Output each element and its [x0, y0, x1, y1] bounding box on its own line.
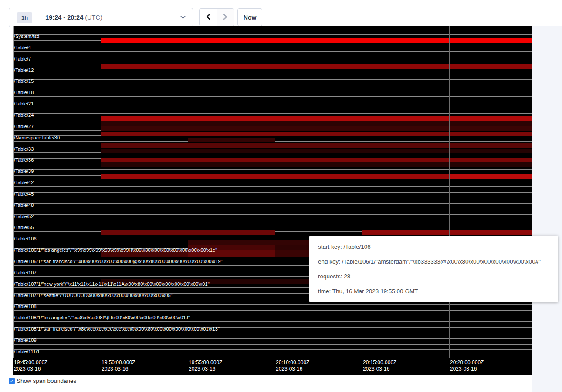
span-boundary-line: [13, 79, 532, 80]
heat-band: [188, 240, 314, 245]
tooltip-requests: requests: 28: [318, 269, 549, 284]
span-boundary-line: [13, 349, 532, 350]
span-boundary-line: [13, 321, 532, 322]
span-boundary-line: [13, 57, 532, 57]
tick-time: 20:15:00.000Z: [363, 359, 396, 366]
heat-band: [101, 126, 532, 131]
duration-badge: 1h: [17, 12, 32, 23]
chevron-left-icon: [206, 14, 211, 21]
time-range-label: 19:24 - 20:24 (UTC): [45, 14, 102, 21]
prev-time-button[interactable]: [200, 9, 217, 26]
time-axis-tick: 19:50:00.000Z2023-03-16: [102, 359, 135, 372]
span-boundary-line: [13, 220, 532, 220]
heat-band: [101, 143, 532, 148]
row-label: /Table/107/1/"new york"/"\x11\x11\x11\x1…: [14, 281, 210, 287]
row-label: /Table/55: [14, 225, 34, 230]
row-label: /Table/108: [14, 304, 37, 309]
hover-tooltip: start key: /Table/106 end key: /Table/10…: [309, 236, 558, 302]
tick-date: 2023-03-16: [189, 366, 222, 372]
next-time-button[interactable]: [217, 9, 234, 26]
heat-band: [101, 116, 532, 121]
heat-band: [101, 38, 532, 43]
time-range-value: 19:24 - 20:24: [45, 14, 83, 21]
span-boundary-line: [13, 29, 532, 29]
span-boundary-line: [13, 186, 532, 187]
span-boundary-line: [13, 46, 532, 46]
span-boundary-line: [13, 85, 532, 85]
heat-band: [101, 149, 532, 153]
time-gridline: [188, 26, 188, 358]
tick-time: 20:20:00.000Z: [450, 359, 484, 366]
time-axis-tick: 19:45:00.000Z2023-03-16: [14, 359, 47, 372]
row-label: /Table/52: [14, 214, 34, 219]
span-boundary-line: [13, 333, 532, 333]
row-label: /Table/106: [14, 236, 37, 241]
heat-band: [362, 230, 532, 235]
span-boundary-line: [13, 74, 532, 74]
row-label: /Table/24: [14, 112, 34, 118]
row-label: /NamespaceTable/30: [14, 135, 60, 140]
heat-band: [101, 162, 532, 167]
tick-date: 2023-03-16: [450, 366, 484, 372]
tick-time: 19:55:00.000Z: [189, 359, 222, 366]
row-label: /Table/111/1: [14, 349, 40, 354]
canvas-left-edge-line: [13, 26, 14, 358]
row-label: /Table/39: [14, 169, 34, 174]
span-boundary-line: [13, 209, 532, 209]
row-label: /Table/109: [14, 338, 37, 343]
row-label: /Table/4: [14, 45, 31, 50]
time-gridline: [449, 26, 450, 358]
heat-band: [101, 64, 532, 69]
row-label: /Table/18: [14, 90, 34, 95]
tick-date: 2023-03-16: [102, 366, 135, 372]
tick-date: 2023-03-16: [276, 366, 309, 372]
span-boundary-line: [13, 338, 532, 339]
row-label: /Table/42: [14, 180, 34, 185]
row-label: /Table/27: [14, 124, 34, 129]
key-visualizer-canvas[interactable]: /System/tsd/Table/4/Table/7/Table/12/Tab…: [13, 26, 532, 375]
time-gridline: [362, 26, 362, 358]
row-label: /System/tsd: [14, 34, 40, 39]
heat-band: [449, 174, 532, 179]
tooltip-start-key: start key: /Table/106: [318, 240, 549, 254]
time-axis-tick: 20:20:00.000Z2023-03-16: [450, 359, 484, 372]
heat-band: [188, 138, 275, 142]
tick-time: 19:45:00.000Z: [14, 359, 47, 366]
tooltip-end-key: end key: /Table/106/1/"amsterdam"/"\xb33…: [318, 254, 549, 269]
key-visualizer-page: 1h 19:24 - 20:24 (UTC) Now /System/tsd/T…: [0, 0, 562, 392]
span-boundary-line: [13, 310, 532, 311]
heat-band: [101, 158, 532, 162]
span-boundary-line: [13, 102, 532, 102]
span-boundary-line: [13, 51, 532, 52]
show-span-boundaries-checkbox[interactable]: ✓: [9, 378, 15, 384]
page-margin: [532, 26, 562, 392]
row-label: /Table/106/1/"san francisco"/"\x80\x00\x…: [14, 259, 223, 264]
tick-time: 20:10:00.000Z: [276, 359, 309, 366]
row-label: /Table/7: [14, 56, 31, 61]
span-boundary-line: [13, 108, 532, 108]
span-boundary-line: [13, 198, 532, 198]
span-boundary-line: [13, 34, 532, 35]
row-label: /Table/12: [14, 68, 34, 73]
time-gridline: [101, 26, 101, 358]
row-label: /Table/48: [14, 203, 34, 208]
span-boundary-line: [13, 355, 532, 355]
row-label: /Table/106/1/"los angeles"/"\x99\x99\x99…: [14, 247, 217, 253]
now-button[interactable]: Now: [237, 8, 262, 26]
span-boundary-line: [13, 192, 532, 193]
row-label: /Table/108/1/"san francisco"/"\x8c\xcc\x…: [14, 326, 220, 331]
span-boundary-line: [13, 226, 532, 226]
span-boundary-line: [13, 214, 532, 215]
time-range-selector[interactable]: 1h 19:24 - 20:24 (UTC): [9, 8, 193, 27]
heat-band: [101, 132, 532, 136]
span-boundary-line: [13, 113, 532, 114]
time-axis-tick: 20:15:00.000Z2023-03-16: [363, 359, 396, 372]
show-span-boundaries-label: Show span boundaries: [17, 378, 76, 384]
span-boundary-line: [13, 181, 532, 181]
chevron-down-icon: [180, 16, 186, 19]
time-nav-group: [199, 8, 234, 26]
span-boundary-line: [13, 63, 532, 63]
time-axis-tick: 19:55:00.000Z2023-03-16: [189, 359, 222, 372]
span-boundary-line: [13, 203, 532, 204]
row-label: /Table/107/1/"seattle"/"UUUUUUD\x00\x80\…: [14, 293, 173, 298]
